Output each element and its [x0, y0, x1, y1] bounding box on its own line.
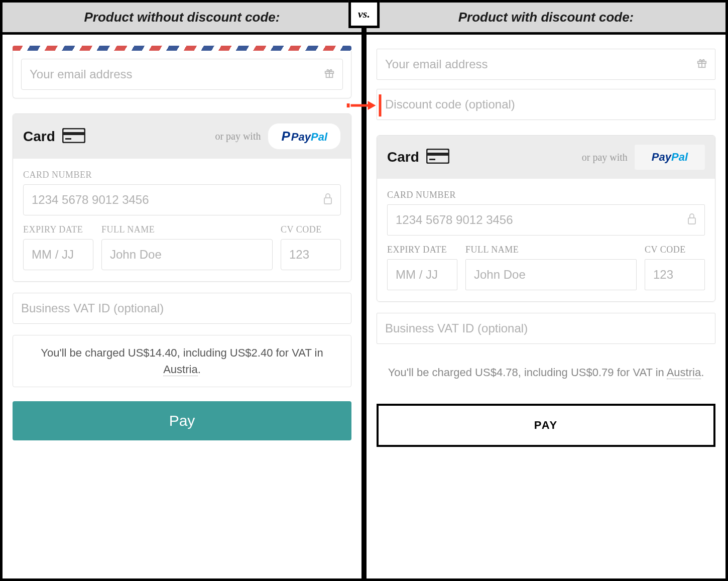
comparison-container: vs. Product without discount code: [0, 0, 728, 581]
expiry-input[interactable] [23, 239, 93, 270]
charge-summary: You'll be charged US$14.40, including US… [13, 335, 351, 387]
cv-input[interactable] [645, 259, 705, 290]
card-tab-label: Card [387, 149, 419, 165]
fullname-input[interactable] [101, 239, 273, 270]
expiry-label: EXPIRY DATE [387, 245, 457, 255]
vat-country[interactable]: Austria [667, 366, 701, 379]
svg-rect-0 [347, 103, 350, 107]
airmail-stripe [13, 46, 351, 51]
right-header: Product with discount code: [367, 3, 725, 35]
cv-label: CV CODE [281, 224, 341, 235]
svg-marker-2 [368, 101, 376, 110]
cv-label: CV CODE [645, 245, 705, 255]
card-tab-label: Card [23, 129, 55, 145]
svg-rect-7 [63, 132, 85, 135]
left-header: Product without discount code: [3, 3, 361, 35]
credit-card-icon [62, 128, 85, 145]
card-number-input[interactable] [387, 204, 705, 236]
expiry-input[interactable] [387, 259, 457, 290]
paypal-button[interactable]: PPayPal [268, 123, 341, 150]
svg-rect-6 [63, 129, 85, 143]
expiry-label: EXPIRY DATE [23, 224, 93, 235]
payment-card: Card or pay with PPayPal CARD NUMBER [13, 113, 351, 282]
svg-rect-14 [427, 153, 449, 156]
email-input[interactable] [377, 49, 715, 80]
email-input[interactable] [21, 59, 343, 90]
payment-card: Card or pay with PayPal CARD NUMBER [377, 135, 715, 302]
credit-card-icon [426, 149, 449, 166]
right-panel: Product with discount code: Card or pay … [364, 0, 728, 581]
vat-input[interactable] [13, 293, 351, 324]
svg-rect-15 [429, 159, 435, 160]
or-pay-with-label: or pay with [215, 131, 261, 142]
pay-button[interactable]: Pay [13, 401, 351, 440]
card-number-input[interactable] [23, 184, 341, 215]
charge-summary: You'll be charged US$4.78, including US$… [377, 355, 715, 390]
svg-rect-13 [427, 149, 449, 163]
cv-input[interactable] [281, 239, 341, 270]
pay-button[interactable]: PAY [377, 404, 715, 447]
left-panel: Product without discount code: Card o [0, 0, 364, 581]
discount-arrow [347, 94, 382, 117]
paypal-button[interactable]: PayPal [635, 145, 705, 170]
or-pay-with-label: or pay with [582, 152, 628, 163]
vat-country[interactable]: Austria [163, 363, 197, 376]
fullname-label: FULL NAME [101, 224, 273, 235]
fullname-label: FULL NAME [465, 245, 637, 255]
fullname-input[interactable] [465, 259, 637, 290]
vat-input[interactable] [377, 313, 715, 344]
discount-code-input[interactable] [377, 89, 715, 120]
card-number-label: CARD NUMBER [387, 190, 705, 200]
svg-rect-8 [65, 138, 71, 140]
card-number-label: CARD NUMBER [23, 170, 341, 180]
vs-badge: vs. [348, 0, 380, 28]
